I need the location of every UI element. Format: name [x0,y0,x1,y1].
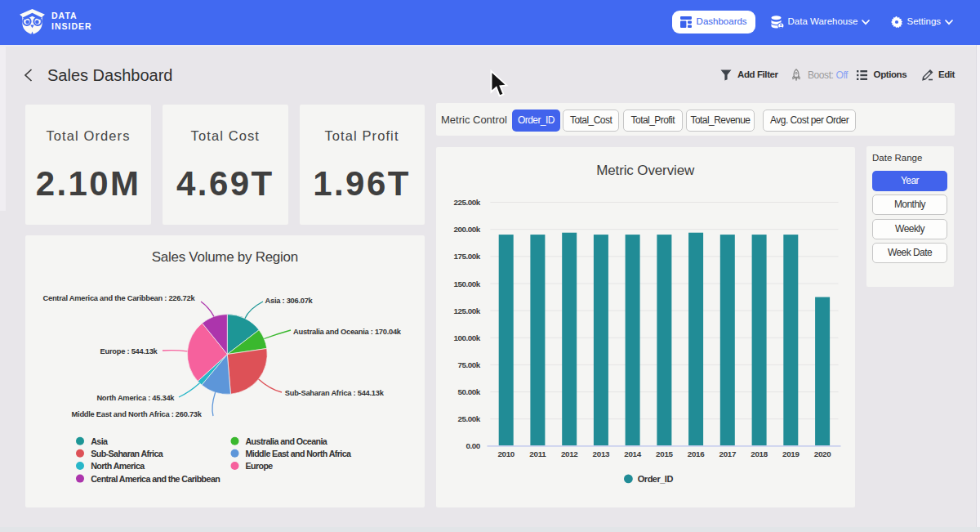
svg-text:North America: North America [91,461,145,471]
svg-text:0.00: 0.00 [466,441,480,450]
svg-text:2013: 2013 [592,449,609,458]
svg-text:2017: 2017 [719,449,736,458]
svg-text:North America : 45.34k: North America : 45.34k [96,394,175,402]
svg-text:75.00k: 75.00k [457,360,480,369]
svg-text:2010: 2010 [497,449,514,458]
svg-text:2016: 2016 [687,449,704,458]
svg-text:2018: 2018 [751,449,768,458]
svg-text:Sub-Saharan Africa: Sub-Saharan Africa [91,449,164,458]
svg-text:2019: 2019 [782,449,799,458]
svg-text:Middle East and North Africa: Middle East and North Africa [246,449,353,458]
svg-text:100.00k: 100.00k [453,333,480,342]
svg-text:Central America and the Caribb: Central America and the Caribbean [91,474,220,484]
svg-text:50.00k: 50.00k [457,387,480,396]
svg-text:Middle East and North Africa :: Middle East and North Africa : 260.73k [72,410,203,418]
svg-text:2014: 2014 [624,449,641,458]
svg-text:Asia: Asia [91,436,109,446]
svg-text:Sub-Saharan Africa : 544.13k: Sub-Saharan Africa : 544.13k [285,389,385,397]
svg-text:2011: 2011 [529,449,546,458]
svg-text:150.00k: 150.00k [453,279,480,288]
svg-text:Europe: Europe [246,461,274,471]
svg-text:Asia : 306.07k: Asia : 306.07k [265,297,314,305]
svg-text:125.00k: 125.00k [453,306,480,315]
svg-text:225.00k: 225.00k [453,198,480,207]
svg-text:2015: 2015 [656,449,673,458]
svg-text:Australia and Oceania : 170.04: Australia and Oceania : 170.04k [293,328,402,336]
svg-text:175.00k: 175.00k [453,252,480,261]
svg-text:2012: 2012 [560,449,577,458]
svg-text:Order_ID: Order_ID [637,473,673,483]
svg-text:200.00k: 200.00k [453,225,480,234]
svg-text:Europe : 544.13k: Europe : 544.13k [100,347,158,355]
svg-text:Central America and the Caribb: Central America and the Caribbean : 226.… [43,294,196,302]
svg-text:25.00k: 25.00k [457,414,480,423]
svg-text:Australia and Oceania: Australia and Oceania [246,436,328,446]
svg-text:2020: 2020 [813,449,831,458]
